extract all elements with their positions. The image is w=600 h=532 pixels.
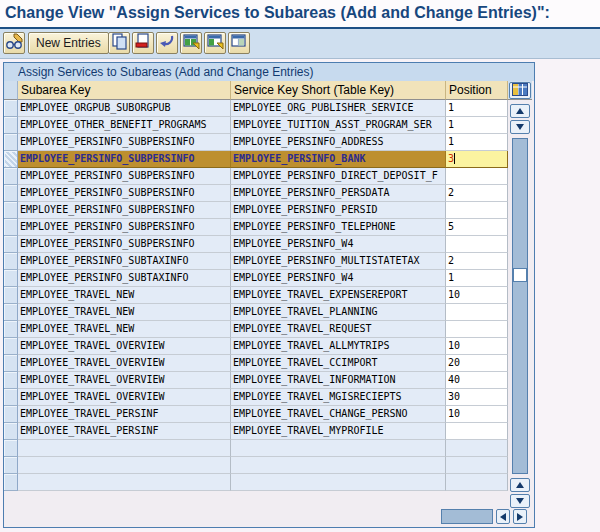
position-cell[interactable]: 3 — [446, 151, 508, 168]
service-key-cell[interactable]: EMPLOYEE_PERSINFO_BANK — [231, 151, 446, 168]
row-selector[interactable] — [4, 406, 18, 423]
new-entries-button[interactable]: New Entries — [28, 32, 109, 54]
column-header-subarea-key[interactable]: Subarea Key — [18, 81, 231, 100]
position-cell[interactable]: 30 — [446, 389, 508, 406]
subarea-key-cell[interactable]: EMPLOYEE_TRAVEL_OVERVIEW — [18, 338, 231, 355]
position-cell[interactable]: 10 — [446, 406, 508, 423]
position-cell[interactable] — [446, 168, 508, 185]
row-selector[interactable] — [4, 100, 18, 117]
subarea-key-cell[interactable] — [18, 474, 231, 491]
row-selector[interactable] — [4, 474, 18, 491]
row-selector[interactable] — [4, 304, 18, 321]
position-cell[interactable] — [446, 304, 508, 321]
subarea-key-cell[interactable]: EMPLOYEE_PERSINFO_SUBPERSINFO — [18, 168, 231, 185]
table-row[interactable]: EMPLOYEE_TRAVEL_OVERVIEWEMPLOYEE_TRAVEL_… — [4, 355, 508, 372]
position-cell[interactable]: 1 — [446, 134, 508, 151]
subarea-key-cell[interactable]: EMPLOYEE_TRAVEL_OVERVIEW — [18, 372, 231, 389]
position-cell[interactable]: 10 — [446, 287, 508, 304]
delete-button[interactable] — [132, 32, 154, 54]
select-block-button[interactable] — [204, 32, 226, 54]
service-key-cell[interactable]: EMPLOYEE_PERSINFO_PERSDATA — [231, 185, 446, 202]
row-selector[interactable] — [4, 372, 18, 389]
subarea-key-cell[interactable]: EMPLOYEE_PERSINFO_SUBTAXINFO — [18, 253, 231, 270]
service-key-cell[interactable]: EMPLOYEE_TUITION_ASST_PROGRAM_SER — [231, 117, 446, 134]
subarea-key-cell[interactable]: EMPLOYEE_TRAVEL_NEW — [18, 304, 231, 321]
service-key-cell[interactable]: EMPLOYEE_TRAVEL_ALLMYTRIPS — [231, 338, 446, 355]
scroll-up-button[interactable] — [510, 104, 530, 118]
row-selector[interactable] — [4, 168, 18, 185]
position-cell[interactable]: 1 — [446, 117, 508, 134]
column-header-position[interactable]: Position — [446, 81, 508, 100]
row-selector[interactable] — [4, 117, 18, 134]
position-cell[interactable] — [446, 202, 508, 219]
position-cell[interactable] — [446, 474, 508, 491]
table-row[interactable]: EMPLOYEE_PERSINFO_SUBPERSINFOEMPLOYEE_PE… — [4, 134, 508, 151]
position-cell[interactable]: 2 — [446, 185, 508, 202]
row-selector[interactable] — [4, 389, 18, 406]
subarea-key-cell[interactable]: EMPLOYEE_PERSINFO_SUBPERSINFO — [18, 151, 231, 168]
service-key-cell[interactable]: EMPLOYEE_PERSINFO_MULTISTATETAX — [231, 253, 446, 270]
row-selector[interactable] — [4, 457, 18, 474]
subarea-key-cell[interactable]: EMPLOYEE_PERSINFO_SUBPERSINFO — [18, 202, 231, 219]
service-key-cell[interactable]: EMPLOYEE_TRAVEL_MYPROFILE — [231, 423, 446, 440]
table-row[interactable]: EMPLOYEE_TRAVEL_OVERVIEWEMPLOYEE_TRAVEL_… — [4, 389, 508, 406]
service-key-cell[interactable] — [231, 440, 446, 457]
row-selector[interactable] — [4, 287, 18, 304]
table-row[interactable]: EMPLOYEE_PERSINFO_SUBTAXINFOEMPLOYEE_PER… — [4, 253, 508, 270]
table-row[interactable]: EMPLOYEE_PERSINFO_SUBPERSINFOEMPLOYEE_PE… — [4, 236, 508, 253]
subarea-key-cell[interactable]: EMPLOYEE_TRAVEL_NEW — [18, 287, 231, 304]
table-row[interactable]: EMPLOYEE_TRAVEL_OVERVIEWEMPLOYEE_TRAVEL_… — [4, 338, 508, 355]
service-key-cell[interactable]: EMPLOYEE_TRAVEL_PLANNING — [231, 304, 446, 321]
position-cell[interactable]: 10 — [446, 338, 508, 355]
service-key-cell[interactable]: EMPLOYEE_PERSINFO_ADDRESS — [231, 134, 446, 151]
row-selector[interactable] — [4, 321, 18, 338]
table-row[interactable]: EMPLOYEE_TRAVEL_NEWEMPLOYEE_TRAVEL_REQUE… — [4, 321, 508, 338]
position-cell[interactable]: 20 — [446, 355, 508, 372]
table-row[interactable]: EMPLOYEE_PERSINFO_SUBPERSINFOEMPLOYEE_PE… — [4, 219, 508, 236]
position-cell[interactable] — [446, 236, 508, 253]
page-up-button[interactable] — [510, 478, 530, 492]
scroll-left-button[interactable] — [496, 509, 510, 524]
row-selector[interactable] — [4, 134, 18, 151]
table-row[interactable]: EMPLOYEE_TRAVEL_NEWEMPLOYEE_TRAVEL_EXPEN… — [4, 287, 508, 304]
service-key-cell[interactable]: EMPLOYEE_TRAVEL_REQUEST — [231, 321, 446, 338]
undo-button[interactable] — [156, 32, 178, 54]
table-row[interactable]: EMPLOYEE_PERSINFO_SUBTAXINFOEMPLOYEE_PER… — [4, 270, 508, 287]
service-key-cell[interactable]: EMPLOYEE_TRAVEL_INFORMATION — [231, 372, 446, 389]
service-key-cell[interactable] — [231, 457, 446, 474]
row-selector[interactable] — [4, 202, 18, 219]
subarea-key-cell[interactable]: EMPLOYEE_TRAVEL_NEW — [18, 321, 231, 338]
subarea-key-cell[interactable]: EMPLOYEE_PERSINFO_SUBPERSINFO — [18, 219, 231, 236]
service-key-cell[interactable]: EMPLOYEE_PERSINFO_TELEPHONE — [231, 219, 446, 236]
service-key-cell[interactable]: EMPLOYEE_TRAVEL_MGISRECIEPTS — [231, 389, 446, 406]
subarea-key-cell[interactable]: EMPLOYEE_PERSINFO_SUBPERSINFO — [18, 134, 231, 151]
subarea-key-cell[interactable]: EMPLOYEE_TRAVEL_PERSINF — [18, 406, 231, 423]
service-key-cell[interactable]: EMPLOYEE_PERSINFO_PERSID — [231, 202, 446, 219]
scroll-down-button[interactable] — [510, 120, 530, 134]
table-row[interactable]: EMPLOYEE_PERSINFO_SUBPERSINFOEMPLOYEE_PE… — [4, 185, 508, 202]
row-selector[interactable] — [4, 355, 18, 372]
select-all-rows-cell[interactable] — [4, 81, 18, 100]
position-cell[interactable] — [446, 440, 508, 457]
service-key-cell[interactable]: EMPLOYEE_PERSINFO_W4 — [231, 236, 446, 253]
scroll-right-button[interactable] — [513, 509, 527, 524]
table-configuration-button[interactable] — [509, 82, 531, 99]
subarea-key-cell[interactable]: EMPLOYEE_PERSINFO_SUBPERSINFO — [18, 236, 231, 253]
service-key-cell[interactable] — [231, 474, 446, 491]
position-cell[interactable]: 40 — [446, 372, 508, 389]
empty-table-row[interactable] — [4, 474, 508, 491]
row-selector[interactable] — [4, 236, 18, 253]
vertical-scrollbar-thumb[interactable] — [513, 268, 527, 282]
subarea-key-cell[interactable]: EMPLOYEE_TRAVEL_OVERVIEW — [18, 355, 231, 372]
horizontal-scrollbar-thumb[interactable] — [441, 509, 493, 524]
row-selector[interactable] — [4, 219, 18, 236]
position-cell[interactable] — [446, 321, 508, 338]
table-row[interactable]: EMPLOYEE_TRAVEL_PERSINFEMPLOYEE_TRAVEL_M… — [4, 423, 508, 440]
vertical-scrollbar-track[interactable] — [512, 138, 528, 474]
table-row[interactable]: EMPLOYEE_PERSINFO_SUBPERSINFOEMPLOYEE_PE… — [4, 168, 508, 185]
row-selector[interactable] — [4, 338, 18, 355]
table-row[interactable]: EMPLOYEE_ORGPUB_SUBORGPUBEMPLOYEE_ORG_PU… — [4, 100, 508, 117]
table-row[interactable]: EMPLOYEE_OTHER_BENEFIT_PROGRAMSEMPLOYEE_… — [4, 117, 508, 134]
service-key-cell[interactable]: EMPLOYEE_TRAVEL_CHANGE_PERSNO — [231, 406, 446, 423]
subarea-key-cell[interactable]: EMPLOYEE_OTHER_BENEFIT_PROGRAMS — [18, 117, 231, 134]
